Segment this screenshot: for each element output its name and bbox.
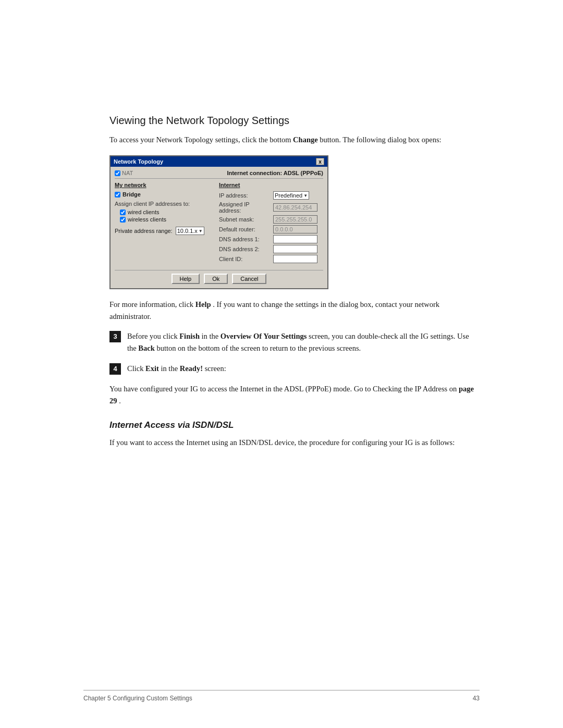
intro-paragraph: To access your Network Topology settings… bbox=[109, 134, 480, 146]
default-router-label: Default router: bbox=[219, 226, 271, 232]
dialog-right-col: Internet IP address: Predefined ▼ Assign… bbox=[219, 182, 323, 265]
step3-bold1: Finish bbox=[179, 332, 200, 340]
assign-label: Assign client IP addresses to: bbox=[115, 201, 214, 207]
section-heading: Viewing the Network Topology Settings bbox=[109, 115, 480, 127]
step3-middle1: in the bbox=[202, 332, 221, 340]
nat-label: NAT bbox=[122, 170, 133, 176]
dns1-row: DNS address 1: 0.0.0.0 bbox=[219, 235, 323, 243]
step3-bold2: Overview Of Your Settings bbox=[221, 332, 307, 340]
step3-prefix: Before you click bbox=[127, 332, 179, 340]
nat-checkbox-row: NAT bbox=[115, 170, 133, 176]
intro-bold: Change bbox=[293, 135, 318, 144]
dns1-label: DNS address 1: bbox=[219, 236, 271, 242]
step-4-text: Click Exit in the Ready! screen: bbox=[127, 363, 226, 375]
dialog-title: Network Topology bbox=[114, 158, 163, 165]
step-3-number: 3 bbox=[109, 331, 121, 342]
after-dialog-paragraph: For more information, click Help . If yo… bbox=[109, 299, 480, 323]
internet-access-text: If you want to access the Internet using… bbox=[109, 437, 480, 449]
adsl-note-text: You have configured your IG to access th… bbox=[109, 385, 457, 393]
help-button[interactable]: Help bbox=[172, 274, 200, 284]
dialog-titlebar: Network Topology x bbox=[111, 156, 327, 167]
wireless-clients-row: wireless clients bbox=[120, 216, 214, 223]
internet-header: Internet bbox=[219, 182, 323, 188]
step4-suffix: screen: bbox=[205, 364, 226, 373]
default-router-row: Default router: 0.0.0.0 bbox=[219, 225, 323, 233]
ip-address-row: IP address: Predefined ▼ bbox=[219, 191, 323, 200]
wireless-clients-label: wireless clients bbox=[128, 216, 166, 223]
ok-button[interactable]: Ok bbox=[204, 274, 228, 284]
cancel-button[interactable]: Cancel bbox=[232, 274, 266, 284]
step3-suffix: button on the bottom of the screen to re… bbox=[156, 344, 361, 352]
subnet-mask-value: 255.255.255.0 bbox=[273, 215, 317, 224]
bridge-checkbox-row: Bridge bbox=[115, 191, 214, 198]
internet-connection-label: Internet connection: ADSL (PPPoE) bbox=[227, 170, 323, 176]
step4-bold1: Exit bbox=[145, 364, 159, 373]
wireless-clients-checkbox[interactable] bbox=[120, 217, 126, 223]
ip-address-label: IP address: bbox=[219, 192, 271, 199]
internet-access-heading: Internet Access via ISDN/DSL bbox=[109, 420, 480, 430]
wired-clients-checkbox[interactable] bbox=[120, 209, 126, 215]
private-addr-value: 10.0.1.x bbox=[177, 228, 198, 234]
dns1-input[interactable]: 0.0.0.0 bbox=[273, 235, 317, 243]
after-dialog-bold: Help bbox=[195, 300, 211, 309]
dns2-label: DNS address 2: bbox=[219, 246, 271, 252]
client-id-input[interactable] bbox=[273, 255, 317, 263]
dialog-close-button[interactable]: x bbox=[316, 158, 324, 165]
client-id-label: Client ID: bbox=[219, 256, 271, 262]
dns2-row: DNS address 2: 0.0.0.0 bbox=[219, 245, 323, 253]
step-3-text: Before you click Finish in the Overview … bbox=[127, 330, 480, 354]
my-network-header: My network bbox=[115, 182, 214, 188]
wired-clients-label: wired clients bbox=[128, 209, 160, 215]
step-3-item: 3 Before you click Finish in the Overvie… bbox=[109, 330, 480, 354]
dropdown-arrow-icon: ▼ bbox=[199, 229, 203, 233]
step-4-item: 4 Click Exit in the Ready! screen: bbox=[109, 363, 480, 375]
nat-row: NAT Internet connection: ADSL (PPPoE) bbox=[115, 170, 323, 179]
dialog-left-col: My network Bridge Assign client IP addre… bbox=[115, 182, 214, 265]
adsl-note-paragraph: You have configured your IG to access th… bbox=[109, 383, 480, 407]
network-topology-dialog: Network Topology x NAT Internet connecti… bbox=[109, 155, 328, 289]
page-footer: Chapter 5 Configuring Custom Settings 43 bbox=[83, 690, 480, 702]
bridge-label: Bridge bbox=[123, 191, 141, 198]
private-addr-label: Private address range: bbox=[115, 228, 173, 234]
ip-dropdown-arrow-icon: ▼ bbox=[303, 193, 308, 198]
after-dialog-prefix: For more information, click bbox=[109, 300, 195, 309]
ip-address-dropdown-value: Predefined bbox=[275, 192, 302, 199]
assigned-ip-label: Assigned IP address: bbox=[219, 201, 271, 214]
step4-bold2: Ready! bbox=[180, 364, 203, 373]
adsl-note-suffix: . bbox=[119, 397, 121, 405]
private-addr-row: Private address range: 10.0.1.x ▼ bbox=[115, 227, 214, 235]
footer-left: Chapter 5 Configuring Custom Settings bbox=[83, 695, 192, 702]
step3-bold3: Back bbox=[138, 344, 154, 352]
nat-checkbox[interactable] bbox=[115, 170, 120, 176]
assigned-ip-row: Assigned IP address: 42.86.254.254 bbox=[219, 201, 323, 214]
step4-middle: in the bbox=[161, 364, 179, 373]
subnet-mask-label: Subnet mask: bbox=[219, 216, 271, 223]
intro-suffix: button. The following dialog box opens: bbox=[320, 135, 441, 144]
dns2-input[interactable]: 0.0.0.0 bbox=[273, 245, 317, 253]
dialog-body: NAT Internet connection: ADSL (PPPoE) My… bbox=[111, 167, 327, 288]
wired-clients-row: wired clients bbox=[120, 209, 214, 215]
default-router-value: 0.0.0.0 bbox=[273, 225, 317, 233]
step-4-number: 4 bbox=[109, 363, 121, 375]
dialog-columns: My network Bridge Assign client IP addre… bbox=[115, 182, 323, 265]
subnet-mask-row: Subnet mask: 255.255.255.0 bbox=[219, 215, 323, 224]
assigned-ip-value: 42.86.254.254 bbox=[273, 203, 317, 212]
private-addr-dropdown[interactable]: 10.0.1.x ▼ bbox=[176, 227, 204, 235]
intro-text: To access your Network Topology settings… bbox=[109, 135, 291, 144]
client-id-row: Client ID: bbox=[219, 255, 323, 263]
dialog-buttons: Help Ok Cancel bbox=[115, 270, 323, 284]
step4-prefix: Click bbox=[127, 364, 145, 373]
bridge-checkbox[interactable] bbox=[115, 192, 120, 198]
ip-address-dropdown[interactable]: Predefined ▼ bbox=[273, 191, 309, 200]
footer-right: 43 bbox=[473, 695, 480, 702]
